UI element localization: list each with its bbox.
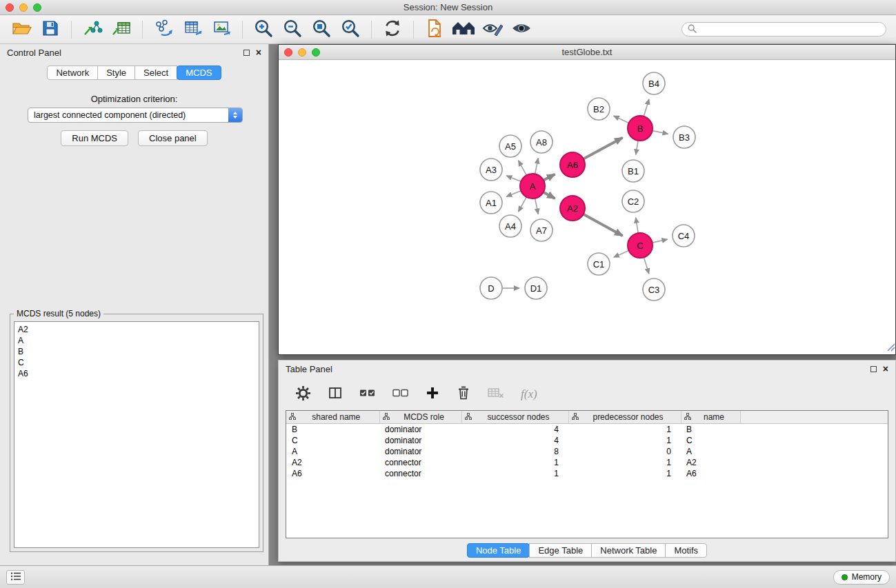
search-field[interactable] — [681, 22, 886, 37]
close-panel-button[interactable]: Close panel — [138, 130, 208, 146]
save-session-button[interactable] — [38, 18, 63, 41]
close-window-icon[interactable] — [6, 3, 14, 12]
node-B[interactable]: B — [628, 116, 653, 141]
column-header-predecessor-nodes[interactable]: predecessor nodes — [568, 411, 681, 423]
table-row[interactable]: A6connector11A6 — [286, 468, 888, 479]
edge-C-C2[interactable] — [636, 218, 639, 234]
column-header-successor-nodes[interactable]: successor nodes — [461, 411, 568, 423]
tab-node-table[interactable]: Node Table — [467, 543, 530, 558]
select-all-button[interactable] — [359, 388, 376, 401]
import-table-button[interactable] — [109, 18, 134, 41]
search-input[interactable] — [700, 25, 880, 34]
optimization-criterion-select[interactable]: largest connected component (directed) — [28, 108, 243, 123]
node-A4[interactable]: A4 — [499, 215, 521, 237]
edge-B-B2[interactable] — [614, 116, 629, 123]
zoom-fit-button[interactable] — [309, 18, 334, 41]
table-settings-button[interactable] — [295, 385, 311, 404]
refresh-layout-button[interactable] — [380, 18, 405, 41]
edge-C-C4[interactable] — [653, 239, 668, 243]
node-B4[interactable]: B4 — [643, 72, 665, 94]
float-panel-icon[interactable] — [243, 50, 250, 56]
network-canvas[interactable]: B4B2BB3A8A5A6B1A3AC2A1A2A4A7C4CC1C3DD1 — [279, 60, 895, 354]
export-network-button[interactable] — [151, 18, 176, 41]
tab-mcds[interactable]: MCDS — [177, 65, 221, 80]
node-B1[interactable]: B1 — [622, 160, 644, 182]
minimize-window-icon[interactable] — [19, 3, 28, 12]
table-row[interactable]: Cdominator41C — [286, 435, 888, 446]
tab-select[interactable]: Select — [135, 65, 177, 80]
tab-network-table[interactable]: Network Table — [591, 543, 666, 558]
node-A6[interactable]: A6 — [560, 152, 585, 177]
export-table-button[interactable] — [180, 18, 205, 41]
network-window-titlebar[interactable]: testGlobe.txt — [279, 45, 895, 60]
node-A7[interactable]: A7 — [530, 219, 552, 241]
tab-style[interactable]: Style — [97, 65, 135, 80]
apply-layout-button[interactable] — [422, 18, 447, 41]
edge-B-B3[interactable] — [653, 131, 668, 134]
edge-C-C1[interactable] — [614, 250, 629, 257]
function-builder-button[interactable]: f(x) — [521, 387, 537, 401]
edge-A-A5[interactable] — [519, 161, 527, 175]
zoom-in-button[interactable] — [251, 18, 276, 41]
edge-B-B1[interactable] — [636, 141, 638, 155]
zoom-selected-button[interactable] — [338, 18, 363, 41]
edge-C-C3[interactable] — [644, 257, 648, 274]
node-B2[interactable]: B2 — [588, 98, 610, 120]
table-row[interactable]: Adominator80A — [286, 446, 888, 457]
eye-edit-button[interactable] — [480, 18, 505, 41]
node-B3[interactable]: B3 — [673, 126, 695, 148]
edge-A-A1[interactable] — [506, 191, 521, 196]
column-header-shared-name[interactable]: shared name — [286, 411, 379, 423]
open-session-button[interactable] — [9, 18, 34, 41]
show-hide-button[interactable] — [509, 18, 534, 41]
node-table[interactable]: shared nameMCDS rolesuccessor nodesprede… — [286, 410, 888, 538]
table-row[interactable]: Bdominator41B — [286, 423, 888, 435]
close-view-icon[interactable] — [284, 48, 292, 57]
node-C1[interactable]: C1 — [588, 253, 610, 275]
column-header-name[interactable]: name — [681, 411, 740, 423]
memory-button[interactable]: Memory — [833, 570, 890, 585]
edge-B-B4[interactable] — [644, 99, 649, 116]
delete-table-button[interactable] — [488, 387, 504, 401]
minimize-view-icon[interactable] — [298, 48, 306, 57]
edge-A2-C[interactable] — [584, 214, 623, 236]
network-graph[interactable]: B4B2BB3A8A5A6B1A3AC2A1A2A4A7C4CC1C3DD1 — [279, 60, 895, 354]
resize-handle-icon[interactable] — [886, 342, 895, 354]
node-A3[interactable]: A3 — [480, 159, 502, 181]
export-image-button[interactable] — [209, 18, 234, 41]
zoom-view-icon[interactable] — [312, 48, 320, 57]
home-views-button[interactable] — [451, 18, 476, 41]
task-history-button[interactable] — [6, 570, 25, 585]
zoom-out-button[interactable] — [280, 18, 305, 41]
node-C4[interactable]: C4 — [673, 225, 695, 247]
close-panel-icon[interactable]: × — [256, 48, 261, 57]
node-A8[interactable]: A8 — [530, 131, 552, 153]
edge-A6-B[interactable] — [584, 138, 623, 159]
node-D1[interactable]: D1 — [525, 277, 547, 299]
edge-A-A4[interactable] — [519, 197, 527, 212]
show-columns-button[interactable] — [328, 385, 343, 403]
node-C2[interactable]: C2 — [622, 190, 644, 212]
node-C3[interactable]: C3 — [643, 278, 665, 301]
close-table-panel-icon[interactable]: × — [883, 364, 888, 374]
node-A2[interactable]: A2 — [560, 196, 585, 221]
table-row[interactable]: A2connector11A2 — [286, 457, 888, 468]
import-network-button[interactable] — [80, 18, 105, 41]
edge-A-A2[interactable] — [544, 192, 555, 199]
tab-motifs[interactable]: Motifs — [665, 543, 707, 558]
deselect-all-button[interactable] — [392, 388, 409, 401]
node-A[interactable]: A — [520, 174, 545, 199]
tab-network[interactable]: Network — [47, 65, 98, 80]
edge-A-A6[interactable] — [544, 174, 555, 181]
node-D[interactable]: D — [480, 277, 502, 299]
run-mcds-button[interactable]: Run MCDS — [61, 130, 128, 146]
column-header-MCDS-role[interactable]: MCDS role — [379, 411, 461, 423]
delete-column-button[interactable] — [456, 385, 471, 403]
tab-edge-table[interactable]: Edge Table — [529, 543, 592, 558]
edge-A-A7[interactable] — [535, 199, 539, 214]
zoom-window-icon[interactable] — [33, 3, 41, 12]
node-C[interactable]: C — [628, 233, 653, 258]
add-column-button[interactable] — [426, 386, 439, 403]
edge-A-A8[interactable] — [535, 159, 539, 174]
float-table-panel-icon[interactable] — [870, 366, 877, 372]
